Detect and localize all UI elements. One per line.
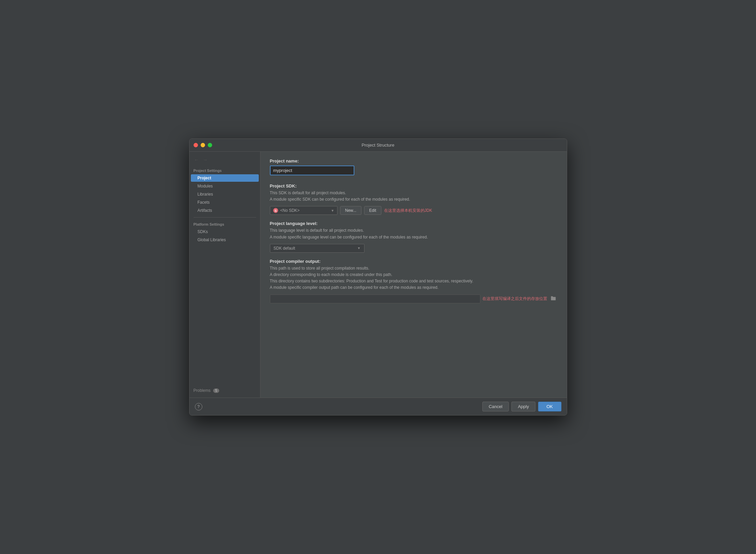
project-lang-desc: This language level is default for all p… [270, 227, 557, 240]
project-sdk-desc: This SDK is default for all project modu… [270, 190, 557, 203]
sidebar-item-modules[interactable]: Modules [191, 182, 259, 190]
sidebar-item-artifacts[interactable]: Artifacts [191, 207, 259, 214]
close-button[interactable] [194, 143, 198, 147]
edit-sdk-button[interactable]: Edit [364, 206, 381, 215]
project-sdk-label: Project SDK: [270, 183, 557, 188]
sidebar-item-sdks[interactable]: SDKs [191, 228, 259, 235]
sdk-value: <No SDK> [280, 208, 300, 213]
sidebar-item-libraries[interactable]: Libraries [191, 191, 259, 198]
nav-arrows: ← → [190, 155, 260, 167]
problems-row[interactable]: Problems 5 [190, 387, 260, 394]
folder-icon [551, 296, 556, 301]
lang-dropdown[interactable]: SDK default ▼ [270, 244, 364, 253]
lang-dropdown-arrow: ▼ [357, 246, 361, 250]
project-name-input[interactable] [270, 166, 354, 175]
sidebar-item-facets[interactable]: Facets [191, 199, 259, 206]
sidebar-item-global-libraries[interactable]: Global Libraries [191, 236, 259, 244]
back-arrow[interactable]: ← [193, 156, 200, 163]
sidebar: ← → Project Settings Project Modules Lib… [190, 152, 260, 398]
project-output-desc: This path is used to store all project c… [270, 265, 557, 291]
lang-value: SDK default [274, 246, 295, 251]
sdk-icon: S [273, 208, 278, 213]
output-row: 在这里填写编译之后文件的存放位置 [270, 295, 557, 303]
project-settings-label: Project Settings [190, 167, 260, 174]
cancel-button[interactable]: Cancel [482, 402, 509, 411]
maximize-button[interactable] [208, 143, 212, 147]
apply-button[interactable]: Apply [511, 402, 535, 411]
window-controls [194, 143, 212, 147]
main-body: ← → Project Settings Project Modules Lib… [190, 152, 567, 398]
sidebar-item-project[interactable]: Project [191, 174, 259, 182]
title-bar: Project Structure [190, 139, 567, 152]
problems-badge: 5 [213, 388, 219, 393]
minimize-button[interactable] [201, 143, 205, 147]
project-name-label: Project name: [270, 158, 557, 163]
footer-buttons: Cancel Apply OK [482, 402, 561, 411]
forward-arrow[interactable]: → [202, 156, 209, 163]
project-structure-window: Project Structure ← → Project Settings P… [189, 138, 567, 416]
project-output-label: Project compiler output: [270, 259, 557, 264]
sidebar-divider [194, 217, 256, 218]
new-sdk-button[interactable]: New... [340, 206, 361, 215]
window-title: Project Structure [362, 143, 395, 148]
platform-settings-label: Platform Settings [190, 220, 260, 228]
help-button[interactable]: ? [195, 403, 202, 410]
problems-label: Problems [194, 388, 211, 393]
sdk-dropdown[interactable]: S <No SDK> ▼ [270, 206, 337, 215]
output-path-input[interactable] [270, 295, 480, 303]
content-panel: Project name: Project SDK: This SDK is d… [260, 152, 567, 398]
sdk-hint: 在这里选择本机安装的JDK [384, 208, 432, 213]
project-lang-label: Project language level: [270, 221, 557, 226]
browse-folder-button[interactable] [549, 295, 557, 302]
footer: ? Cancel Apply OK [190, 398, 567, 415]
output-hint: 在这里填写编译之后文件的存放位置 [482, 296, 547, 302]
svg-text:S: S [274, 209, 276, 212]
sdk-row: S <No SDK> ▼ New... Edit 在这里选择本机安装的JDK [270, 206, 557, 215]
sdk-dropdown-arrow: ▼ [331, 209, 334, 212]
ok-button[interactable]: OK [538, 402, 561, 411]
